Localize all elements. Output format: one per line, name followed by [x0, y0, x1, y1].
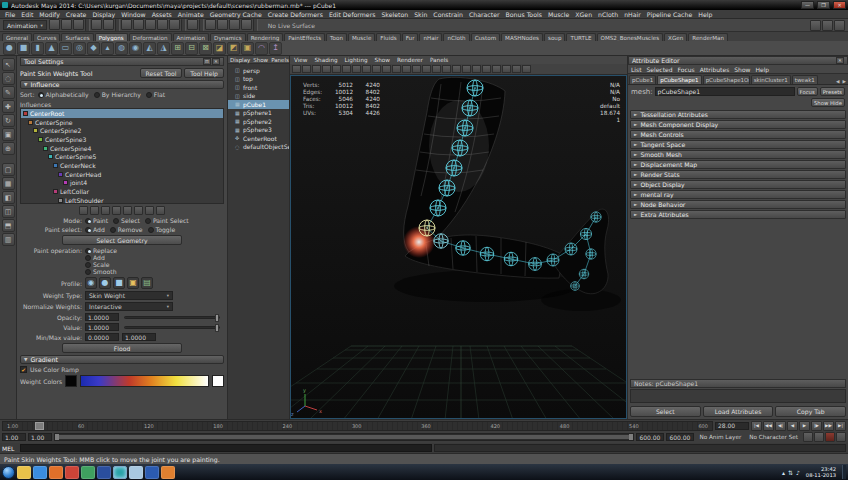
shelf-tab[interactable]: MASHNodes — [501, 33, 543, 41]
isolate-select-icon[interactable] — [522, 65, 531, 73]
notes-header[interactable]: Notes: pCubeShape1 — [630, 379, 846, 388]
range-start-handle[interactable] — [55, 434, 59, 440]
square-brush-icon[interactable]: ▣ — [127, 277, 139, 289]
timeline[interactable]: 1.0060120180240300360420480540600 — [2, 421, 713, 431]
influence-item[interactable]: joint4 — [21, 179, 223, 188]
attribute-section-header[interactable]: ► Mesh Component Display — [630, 120, 846, 129]
soft-brush-icon[interactable]: ● — [99, 277, 111, 289]
tab-scroll-left-icon[interactable]: ◀ — [835, 79, 840, 84]
viewport-menu-item[interactable]: Shading — [315, 57, 338, 63]
outliner-item[interactable]: ▦ pSphere1 — [228, 109, 289, 118]
normalize-weights-select[interactable]: Interactive ▾ — [85, 302, 173, 311]
viewport-menu-item[interactable]: Renderer — [397, 57, 423, 63]
weight-type-select[interactable]: Skin Weight ▾ — [85, 291, 173, 300]
select-tool-icon[interactable]: ↖ — [2, 58, 15, 71]
animation-preferences-icon[interactable] — [836, 432, 846, 442]
shelf-tab[interactable]: RenderMan — [688, 33, 728, 41]
viewport-menu-item[interactable]: View — [294, 57, 308, 63]
viewport-menu-item[interactable]: Panels — [430, 57, 448, 63]
mode-option[interactable]: Select — [113, 217, 140, 224]
maximize-button[interactable]: ❐ — [817, 1, 830, 9]
attribute-section-header[interactable]: ► Node Behavior — [630, 200, 846, 209]
chrome-icon[interactable] — [65, 466, 79, 479]
notes-input[interactable] — [630, 389, 846, 403]
range-fill[interactable] — [56, 435, 632, 439]
polygon-helix-icon[interactable]: ◉ — [129, 42, 142, 55]
maya-icon[interactable] — [113, 466, 127, 479]
polygon-sphere-icon[interactable]: ● — [3, 42, 16, 55]
safe-title-icon[interactable] — [422, 65, 431, 73]
gradient-section-header[interactable]: ▼ Gradient — [20, 355, 224, 364]
menu-item[interactable]: XGen — [575, 11, 592, 18]
boolean-difference-icon[interactable]: ◩ — [227, 42, 240, 55]
menu-item[interactable]: Edit Deformers — [329, 11, 376, 18]
menu-item[interactable]: Skeleton — [381, 11, 408, 18]
attribute-editor-action-button[interactable]: Copy Tab — [775, 406, 846, 417]
reset-tool-button[interactable]: Reset Tool — [140, 68, 183, 78]
menu-item[interactable]: Animate — [178, 11, 204, 18]
paint-select-option[interactable]: Toggle — [148, 226, 176, 233]
flood-button[interactable]: Flood — [62, 343, 182, 353]
screen-space-ao-icon[interactable] — [482, 65, 491, 73]
invert-selection-icon[interactable] — [134, 206, 143, 215]
shelf-tab[interactable]: Polygons — [95, 33, 128, 41]
volume-icon[interactable]: ♪ — [796, 469, 800, 476]
menu-item[interactable]: Pipeline Cache — [647, 11, 692, 18]
polygon-soccer-ball-icon[interactable]: ◭ — [143, 42, 156, 55]
multisample-icon[interactable] — [502, 65, 511, 73]
grease-pencil-icon[interactable] — [352, 65, 361, 73]
shelf-tab[interactable]: Custom — [471, 33, 500, 41]
mode-option[interactable]: Paint — [85, 217, 108, 224]
unlock-weights-icon[interactable] — [156, 206, 165, 215]
show-hidden-icons-icon[interactable]: ▴ — [782, 469, 785, 476]
network-icon[interactable]: ⇅ — [788, 469, 793, 476]
max-value-field[interactable]: 1.0000 — [122, 333, 156, 341]
safe-action-icon[interactable] — [412, 65, 421, 73]
outliner-item[interactable]: ◫ top — [228, 75, 289, 84]
show-hide-button[interactable]: Show Hide — [811, 98, 845, 107]
menu-item[interactable]: Edit — [21, 11, 33, 18]
menu-item[interactable]: Create Deformers — [268, 11, 323, 18]
combine-icon[interactable]: ⊞ — [171, 42, 184, 55]
slider-handle[interactable] — [215, 314, 219, 322]
firefox-icon[interactable] — [49, 466, 63, 479]
select-camera-icon[interactable] — [292, 65, 301, 73]
select-geometry-button[interactable]: Select Geometry — [62, 235, 182, 245]
new-scene-icon[interactable] — [49, 19, 60, 30]
move-influence-icon[interactable] — [112, 206, 121, 215]
lasso-select-tool-icon[interactable]: ◌ — [2, 72, 15, 85]
film-gate-icon[interactable] — [372, 65, 381, 73]
rotate-tool-icon[interactable]: ↻ — [2, 114, 15, 127]
show-channel-box-icon[interactable] — [834, 20, 845, 31]
presets-button[interactable]: Presets — [820, 87, 845, 96]
render-current-frame-icon[interactable] — [217, 19, 228, 30]
outliner-item[interactable]: ◫ side — [228, 92, 289, 101]
word-icon[interactable] — [145, 466, 159, 479]
group-divider[interactable] — [85, 19, 90, 31]
use-color-ramp-checkbox[interactable]: ✔ — [20, 366, 27, 373]
influence-item[interactable]: CenterHead — [21, 170, 223, 179]
show-influence-icon[interactable] — [123, 206, 132, 215]
viewport-3d-scene[interactable]: x y z — [291, 76, 627, 418]
step-forward-frame-button[interactable]: ▶▶ — [823, 421, 834, 431]
notepad-icon[interactable] — [129, 466, 143, 479]
influence-item[interactable]: CenterSpine2 — [21, 126, 223, 135]
menu-item[interactable]: Constrain — [433, 11, 463, 18]
media-player-icon[interactable] — [81, 466, 95, 479]
browse-brush-icon[interactable]: ▤ — [141, 277, 153, 289]
show-attribute-editor-icon[interactable] — [810, 20, 821, 31]
attribute-section-header[interactable]: ► mental ray — [630, 190, 846, 199]
shelf-tab[interactable]: Rendering — [247, 33, 284, 41]
shelf-tab[interactable]: Fur — [402, 33, 419, 41]
tool-settings-header[interactable]: Tool Settings ⊟ ✕ — [20, 57, 224, 66]
extrude-icon[interactable]: ↥ — [269, 42, 282, 55]
menu-item[interactable]: Display — [92, 11, 115, 18]
extract-icon[interactable]: ⊠ — [199, 42, 212, 55]
grid-icon[interactable] — [362, 65, 371, 73]
snap-to-point-icon[interactable] — [145, 19, 156, 30]
node-name-field[interactable]: pCubeShape1 — [655, 87, 795, 96]
boolean-intersection-icon[interactable]: ▣ — [241, 42, 254, 55]
polygon-pipe-icon[interactable]: ◍ — [115, 42, 128, 55]
shelf-tab[interactable]: XGen — [664, 33, 687, 41]
group-divider[interactable] — [181, 19, 186, 31]
